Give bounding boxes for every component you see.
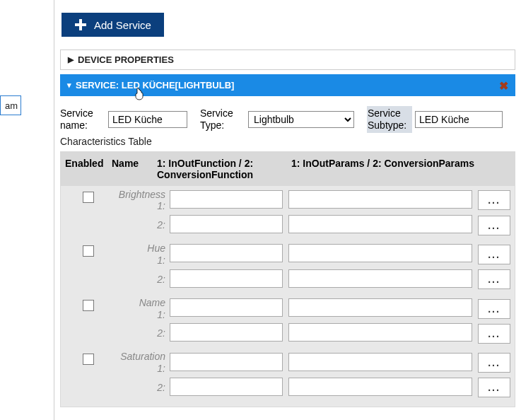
- device-properties-header[interactable]: ▶ DEVICE PROPERTIES: [60, 49, 515, 70]
- table-header-row: Enabled Name 1: InOutFunction / 2: Conve…: [61, 152, 515, 186]
- plus-icon: [74, 18, 87, 31]
- service-type-label: Service Type:: [200, 107, 245, 132]
- main-panel: Add Service ▶ DEVICE PROPERTIES ▾ SERVIC…: [54, 0, 521, 420]
- inout-function-input[interactable]: [170, 298, 283, 317]
- row-actions-button[interactable]: ...: [478, 299, 510, 319]
- svg-rect-1: [75, 23, 86, 26]
- table-body: Brightness1: ... 2: ... Hue1: ...: [61, 186, 515, 407]
- col-header-name: Name: [112, 158, 157, 180]
- inout-params-input[interactable]: [288, 190, 472, 209]
- conversion-function-input[interactable]: [170, 215, 283, 233]
- inout-function-input[interactable]: [170, 353, 283, 371]
- row-actions-button[interactable]: ...: [478, 245, 510, 264]
- characteristic-name: Name1:: [112, 297, 170, 321]
- row-actions-button[interactable]: ...: [478, 190, 510, 210]
- enabled-checkbox[interactable]: [83, 354, 94, 365]
- service-name-input[interactable]: [108, 111, 187, 128]
- row-actions-button[interactable]: ...: [478, 269, 510, 289]
- service-subtype-input[interactable]: [415, 111, 503, 128]
- service-header[interactable]: ▾ SERVICE: LED KÜCHE[LIGHTBULB] ✖: [60, 74, 515, 96]
- conversion-params-input[interactable]: [288, 269, 472, 288]
- row-actions-button[interactable]: ...: [478, 324, 510, 344]
- table-row: Hue1: ... 2: ...: [61, 240, 515, 294]
- conversion-params-input[interactable]: [288, 215, 472, 233]
- row-actions-button[interactable]: ...: [478, 353, 510, 373]
- conversion-params-input[interactable]: [288, 323, 472, 342]
- service-name-label: Service name:: [60, 107, 105, 132]
- service-form-row: Service name: Service Type: Lightbulb Se…: [60, 106, 515, 133]
- inout-function-input[interactable]: [170, 190, 283, 209]
- service-type-select[interactable]: Lightbulb: [248, 111, 354, 128]
- inout-function-input[interactable]: [170, 244, 283, 262]
- characteristic-name: Saturation1:: [112, 351, 170, 375]
- table-row: Brightness1: ... 2: ...: [61, 186, 515, 240]
- conversion-params-input[interactable]: [288, 378, 472, 396]
- row-actions-button[interactable]: ...: [478, 216, 510, 235]
- row-number-2: 2:: [112, 327, 170, 339]
- col-header-enabled: Enabled: [65, 158, 112, 180]
- enabled-checkbox[interactable]: [83, 245, 94, 257]
- inout-params-input[interactable]: [288, 353, 472, 371]
- inout-params-input[interactable]: [288, 244, 472, 262]
- characteristic-name: Brightness1:: [112, 189, 170, 213]
- service-header-title: SERVICE: LED KÜCHE[LIGHTBULB]: [76, 80, 234, 91]
- inout-params-input[interactable]: [288, 298, 472, 317]
- device-properties-title: DEVICE PROPERTIES: [78, 54, 174, 65]
- row-number-2: 2:: [112, 274, 170, 286]
- enabled-checkbox[interactable]: [83, 192, 94, 203]
- add-service-button[interactable]: Add Service: [62, 13, 164, 37]
- characteristics-table-label: Characteristics Table: [60, 136, 515, 147]
- row-actions-button[interactable]: ...: [478, 378, 510, 397]
- add-service-label: Add Service: [94, 19, 151, 31]
- col-header-params: 1: InOutParams / 2: ConversionParams: [291, 158, 510, 180]
- left-panel-selected-item[interactable]: am: [0, 95, 21, 115]
- characteristic-name: Hue1:: [112, 243, 170, 267]
- conversion-function-input[interactable]: [170, 378, 283, 396]
- chevron-down-icon: ▾: [67, 81, 71, 90]
- table-row: Saturation1: ... 2: ...: [61, 348, 515, 402]
- chevron-right-icon: ▶: [68, 55, 74, 64]
- characteristics-table: Enabled Name 1: InOutFunction / 2: Conve…: [60, 151, 515, 407]
- table-row: Name1: ... 2: ...: [61, 294, 515, 349]
- conversion-function-input[interactable]: [170, 269, 283, 288]
- row-number-2: 2:: [112, 219, 170, 231]
- enabled-checkbox[interactable]: [83, 300, 94, 311]
- left-panel-selected-label: am: [5, 100, 18, 111]
- row-number-2: 2:: [112, 382, 170, 394]
- left-panel-fragment: am: [0, 0, 54, 420]
- conversion-function-input[interactable]: [170, 323, 283, 342]
- col-header-func: 1: InOutFunction / 2: ConversionFunction: [157, 158, 291, 180]
- close-icon[interactable]: ✖: [499, 78, 508, 92]
- service-subtype-label: Service Subtype:: [367, 106, 412, 133]
